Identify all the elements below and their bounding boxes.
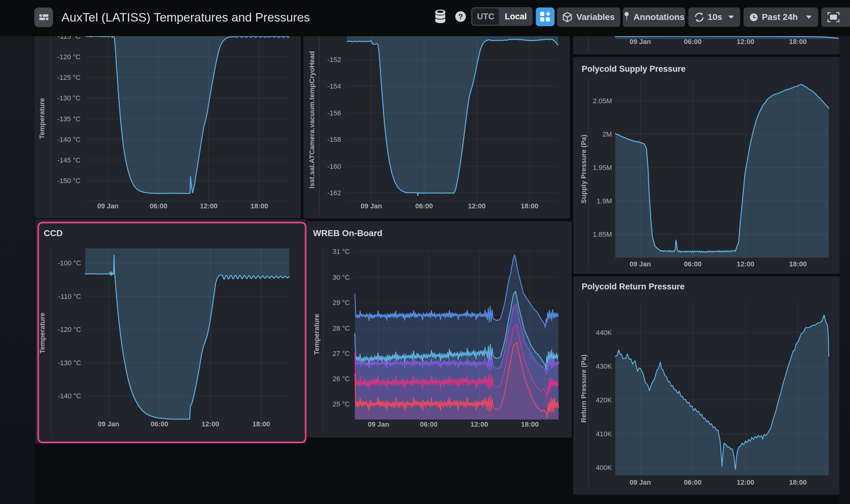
svg-text:430K: 430K [596,362,612,370]
svg-text:30 °C: 30 °C [333,273,350,281]
svg-text:Temperature: Temperature [313,314,320,355]
svg-text:420K: 420K [596,396,612,404]
svg-text:-160: -160 [327,162,341,170]
svg-text:Temperature: Temperature [38,98,46,139]
svg-text:410K: 410K [596,430,612,438]
svg-text:1.85M: 1.85M [593,231,612,238]
svg-text:18:00: 18:00 [521,202,538,210]
svg-text:28 °C: 28 °C [333,324,350,332]
svg-text:09 Jan: 09 Jan [368,420,389,428]
svg-text:-120 °C: -120 °C [57,53,81,61]
svg-text:25 °C: 25 °C [333,400,350,408]
svg-text:26 °C: 26 °C [333,375,350,383]
svg-text:18:00: 18:00 [251,202,268,210]
svg-text:1.95M: 1.95M [593,164,612,172]
svg-text:06:00: 06:00 [684,479,702,486]
svg-text:12:00: 12:00 [468,202,485,210]
svg-text:WREB On-Board: WREB On-Board [313,228,382,238]
svg-text:2.05M: 2.05M [593,97,612,105]
svg-text:-125 °C: -125 °C [57,74,81,82]
svg-text:18:00: 18:00 [521,420,538,428]
svg-text:18:00: 18:00 [789,260,807,268]
svg-text:12:00: 12:00 [737,479,754,486]
svg-text:27 °C: 27 °C [333,349,350,357]
svg-text:Polycold Return Pressure: Polycold Return Pressure [582,282,685,291]
svg-text:12:00: 12:00 [471,420,488,428]
svg-text:-130 °C: -130 °C [57,94,81,102]
svg-text:09 Jan: 09 Jan [630,260,651,268]
svg-text:2M: 2M [602,130,612,138]
svg-text:09 Jan: 09 Jan [630,479,651,486]
svg-text:12:00: 12:00 [200,202,217,210]
svg-text:-140 °C: -140 °C [57,136,81,143]
svg-text:-162: -162 [327,189,341,197]
svg-text:-135 °C: -135 °C [57,115,81,123]
svg-text:12:00: 12:00 [737,260,754,268]
svg-text:29 °C: 29 °C [333,299,350,307]
svg-text:1.9M: 1.9M [597,197,612,205]
svg-text:09 Jan: 09 Jan [361,202,382,210]
svg-text:lsst.sal.ATCamera.vacuum.tempC: lsst.sal.ATCamera.vacuum.tempCryoHead [308,51,316,189]
svg-text:-158: -158 [327,136,341,143]
svg-text:06:00: 06:00 [150,202,167,210]
svg-text:06:00: 06:00 [420,420,438,428]
svg-text:06:00: 06:00 [684,260,702,268]
svg-text:Return Pressure (Pa): Return Pressure (Pa) [580,355,588,423]
svg-text:Polycold Supply Pressure: Polycold Supply Pressure [582,64,686,74]
svg-text:Supply Pressure (Pa): Supply Pressure (Pa) [580,134,588,203]
svg-text:18:00: 18:00 [789,479,807,486]
svg-text:-115 °C: -115 °C [58,36,81,40]
svg-text:-145 °C: -145 °C [57,156,81,164]
svg-text:06:00: 06:00 [415,202,433,210]
svg-text:-152: -152 [327,56,341,64]
svg-text:09 Jan: 09 Jan [98,202,119,210]
svg-text:400K: 400K [596,464,612,471]
svg-text:-156: -156 [327,109,341,117]
svg-text:31 °C: 31 °C [333,248,350,255]
svg-text:440K: 440K [596,329,612,337]
svg-text:-154: -154 [327,82,341,90]
svg-text:-150 °C: -150 °C [57,177,81,185]
